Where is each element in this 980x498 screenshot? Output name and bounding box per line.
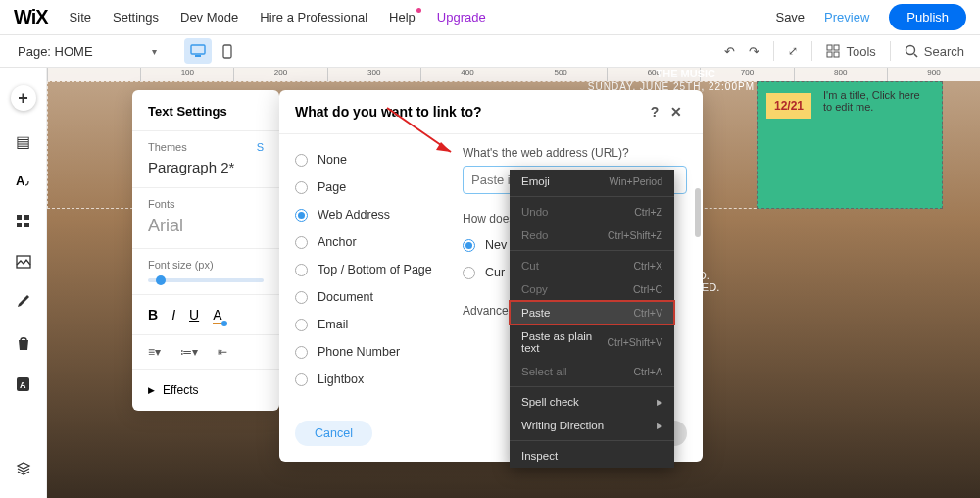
tools-label: Tools [846, 44, 875, 59]
ctx-item-inspect[interactable]: Inspect [510, 444, 674, 468]
url-question: What's the web address (URL)? [463, 146, 687, 160]
opt-label: Page [318, 180, 346, 194]
search-button[interactable]: Search [905, 44, 964, 59]
opt-label: Lightbox [318, 373, 364, 386]
page-toolbar: Page: HOME ▾ ↶ ↷ ⤢ Tools Search [0, 35, 980, 68]
chevron-down-icon: ▾ [152, 46, 157, 57]
svg-rect-3 [827, 45, 832, 50]
editable-title[interactable]: I'm a title, Click here to edit me. [823, 89, 921, 113]
preview-button[interactable]: Preview [824, 10, 869, 25]
opt-label: Cur [485, 266, 505, 279]
blog-icon[interactable] [17, 294, 30, 314]
pages-icon[interactable]: ▤ [16, 132, 30, 151]
save-theme-link[interactable]: S [257, 141, 264, 159]
music-text: THE MUSIC [657, 68, 716, 79]
svg-rect-6 [834, 52, 839, 57]
ctx-item-cut[interactable]: CutCtrl+X [510, 254, 674, 277]
opt-label: Phone Number [318, 345, 400, 359]
link-opt-lightbox[interactable]: Lightbox [295, 366, 441, 393]
ctx-item-emoji[interactable]: EmojiWin+Period [510, 170, 674, 193]
collapse-icon[interactable]: ⤢ [788, 44, 798, 58]
link-opt-phone[interactable]: Phone Number [295, 338, 441, 366]
ctx-item-writing-direction[interactable]: Writing Direction▶ [510, 414, 674, 437]
effects-row[interactable]: ▶ Effects [132, 369, 279, 411]
cancel-button[interactable]: Cancel [295, 421, 372, 446]
close-icon[interactable]: ✕ [665, 104, 687, 120]
store-icon[interactable] [17, 335, 30, 355]
desktop-view-button[interactable] [184, 38, 212, 64]
svg-rect-4 [834, 45, 839, 50]
add-button[interactable]: + [11, 85, 36, 111]
link-opt-webaddress[interactable]: Web Address [295, 201, 441, 228]
ctx-item-select-all[interactable]: Select allCtrl+A [510, 360, 674, 383]
horizontal-ruler: 100200300400500600700800900 [47, 68, 980, 81]
tools-button[interactable]: Tools [826, 44, 875, 59]
scrollbar-thumb[interactable] [695, 188, 701, 237]
align-button[interactable]: ≡▾ [148, 345, 161, 359]
link-opt-email[interactable]: Email [295, 311, 441, 338]
opt-label: Nev [485, 238, 507, 252]
svg-line-8 [914, 54, 917, 57]
menu-help[interactable]: Help [389, 10, 416, 25]
text-settings-panel: Text Settings Themes S Paragraph 2* Font… [132, 90, 279, 411]
list-button[interactable]: ≔▾ [180, 345, 198, 359]
opt-label: Web Address [318, 208, 390, 222]
menu-devmode[interactable]: Dev Mode [180, 10, 238, 25]
ctx-item-copy[interactable]: CopyCtrl+C [510, 277, 674, 301]
cms-icon[interactable]: A [16, 376, 30, 396]
fonts-label: Fonts [148, 198, 264, 210]
menu-hire[interactable]: Hire a Professional [260, 10, 368, 25]
underline-button[interactable]: U [189, 307, 199, 323]
italic-button[interactable]: I [172, 307, 175, 323]
menu-settings[interactable]: Settings [113, 10, 159, 25]
ctx-item-undo[interactable]: UndoCtrl+Z [510, 200, 674, 224]
redo-button[interactable]: ↷ [749, 44, 760, 59]
link-opt-document[interactable]: Document [295, 283, 441, 311]
theme-value[interactable]: Paragraph 2* [148, 159, 264, 175]
page-label: Page: HOME [18, 44, 93, 59]
help-icon[interactable]: ? [644, 104, 665, 120]
ctx-item-paste[interactable]: PasteCtrl+V [510, 301, 674, 324]
link-opt-page[interactable]: Page [295, 174, 441, 201]
link-opt-anchor[interactable]: Anchor [295, 228, 441, 256]
effects-label: Effects [163, 383, 198, 397]
search-label: Search [924, 44, 964, 59]
svg-rect-0 [191, 45, 205, 54]
svg-text:A: A [16, 174, 25, 188]
context-menu: EmojiWin+PeriodUndoCtrl+ZRedoCtrl+Shift+… [510, 170, 674, 468]
svg-rect-13 [24, 223, 29, 227]
svg-text:A: A [20, 380, 26, 390]
textcolor-button[interactable]: A [213, 307, 221, 323]
fontsize-label: Font size (px) [148, 259, 264, 271]
save-button[interactable]: Save [775, 10, 805, 25]
layers-icon[interactable] [16, 461, 31, 480]
opt-label: Document [318, 290, 373, 304]
svg-rect-11 [24, 215, 29, 220]
svg-rect-1 [195, 55, 201, 57]
theme-icon[interactable]: A [16, 173, 31, 192]
left-tool-rail: + ▤ A A [0, 68, 47, 498]
page-selector[interactable]: Page: HOME ▾ [0, 44, 174, 59]
indent-button[interactable]: ⇤ [218, 345, 227, 359]
mobile-view-button[interactable] [214, 38, 241, 64]
fontsize-slider[interactable] [148, 278, 264, 282]
ctx-item-paste-as-plain-text[interactable]: Paste as plain textCtrl+Shift+V [510, 324, 674, 360]
font-value[interactable]: Arial [148, 216, 264, 236]
date-badge[interactable]: 12/21 [766, 93, 811, 119]
menu-site[interactable]: Site [70, 10, 91, 25]
ctx-item-spell-check[interactable]: Spell check▶ [510, 390, 674, 414]
text-settings-title: Text Settings [132, 90, 279, 130]
publish-button[interactable]: Publish [889, 4, 966, 30]
menu-upgrade[interactable]: Upgrade [437, 10, 486, 25]
ctx-item-redo[interactable]: RedoCtrl+Shift+Z [510, 224, 674, 247]
undo-button[interactable]: ↶ [724, 44, 735, 59]
media-icon[interactable] [16, 255, 31, 273]
link-opt-none[interactable]: None [295, 146, 441, 174]
svg-rect-2 [223, 45, 231, 58]
apps-icon[interactable] [16, 214, 31, 233]
svg-rect-5 [827, 52, 832, 57]
themes-label: Themes [148, 141, 187, 153]
wix-logo[interactable]: WiX [14, 6, 48, 28]
link-opt-topbottom[interactable]: Top / Bottom of Page [295, 256, 441, 283]
bold-button[interactable]: B [148, 307, 158, 323]
